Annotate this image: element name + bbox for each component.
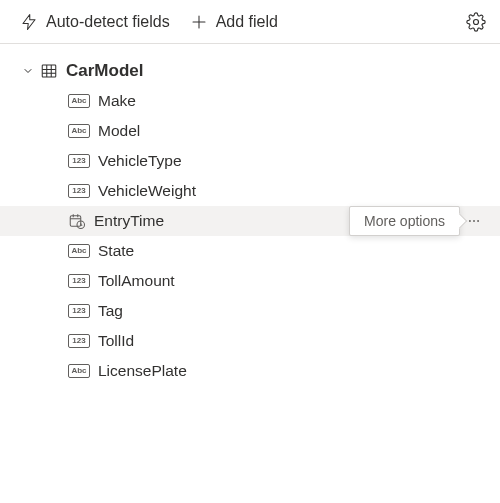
plus-icon <box>190 13 208 31</box>
field-name: Model <box>98 122 488 140</box>
svg-point-28 <box>469 220 471 222</box>
svg-point-3 <box>474 19 479 24</box>
bolt-icon <box>20 13 38 31</box>
text-type-icon: Abc <box>68 124 90 138</box>
number-type-icon: 123 <box>68 334 90 348</box>
svg-point-29 <box>473 220 475 222</box>
field-row[interactable]: 123Tag <box>0 296 500 326</box>
field-row[interactable]: AbcMake <box>0 86 500 116</box>
chevron-down-icon <box>20 65 36 77</box>
text-type-icon: Abc <box>68 94 90 108</box>
field-row[interactable]: EntryTimeMore options <box>0 206 500 236</box>
svg-rect-4 <box>42 65 56 77</box>
field-row[interactable]: 123TollAmount <box>0 266 500 296</box>
svg-line-27 <box>81 225 83 226</box>
table-node[interactable]: CarModel <box>0 56 500 86</box>
field-row[interactable]: AbcModel <box>0 116 500 146</box>
field-name: VehicleWeight <box>98 182 488 200</box>
autodetect-label: Auto-detect fields <box>46 13 170 31</box>
field-name: VehicleType <box>98 152 488 170</box>
addfield-label: Add field <box>216 13 278 31</box>
field-row[interactable]: AbcState <box>0 236 500 266</box>
toolbar: Auto-detect fields Add field <box>0 0 500 44</box>
field-name: TollId <box>98 332 488 350</box>
add-field-button[interactable]: Add field <box>182 7 286 37</box>
field-name: TollAmount <box>98 272 488 290</box>
svg-marker-0 <box>23 14 35 29</box>
number-type-icon: 123 <box>68 184 90 198</box>
table-name: CarModel <box>66 61 488 81</box>
field-row[interactable]: 123VehicleWeight <box>0 176 500 206</box>
field-row[interactable]: AbcLicensePlate <box>0 356 500 386</box>
field-name: Make <box>98 92 488 110</box>
text-type-icon: Abc <box>68 244 90 258</box>
autodetect-fields-button[interactable]: Auto-detect fields <box>12 7 178 37</box>
more-options-tooltip: More options <box>349 206 460 236</box>
field-row[interactable]: 123TollId <box>0 326 500 356</box>
table-icon <box>40 62 58 80</box>
svg-point-30 <box>477 220 479 222</box>
number-type-icon: 123 <box>68 304 90 318</box>
field-row[interactable]: 123VehicleType <box>0 146 500 176</box>
field-name: LicensePlate <box>98 362 488 380</box>
field-name: Tag <box>98 302 488 320</box>
datetime-icon <box>68 212 86 230</box>
field-name: State <box>98 242 488 260</box>
gear-icon <box>466 12 486 32</box>
number-type-icon: 123 <box>68 154 90 168</box>
text-type-icon: Abc <box>68 364 90 378</box>
fields-tree: CarModel AbcMakeAbcModel123VehicleType12… <box>0 44 500 394</box>
settings-button[interactable] <box>464 6 488 38</box>
number-type-icon: 123 <box>68 274 90 288</box>
